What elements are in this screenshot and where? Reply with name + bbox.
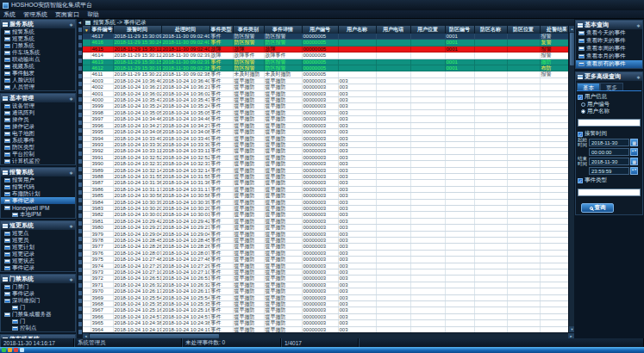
table-row[interactable]: 46122018-11-29 15:30:192018-11-30 09:02:…	[83, 65, 568, 71]
table-row[interactable]: 46162018-11-29 15:30:242018-11-30 09:02:…	[83, 40, 568, 46]
table-row[interactable]: 39872018-10-24 10:31:362018-10-24 10:31:…	[83, 180, 568, 186]
sidebar-item[interactable]: 本地IPM	[1, 211, 75, 218]
user-info-checkbox[interactable]: ✓	[578, 95, 583, 100]
end-time-spinner-icon[interactable]: ▲▼	[630, 167, 638, 175]
table-row[interactable]: 40032018-10-24 10:36:402018-10-24 10:36:…	[83, 77, 568, 84]
sidebar-item[interactable]: 深圳虚拟门	[1, 297, 75, 304]
sidebar-panel-header[interactable]: 巡更系统∗	[1, 221, 75, 230]
table-row[interactable]: 39672018-10-24 10:25:162018-10-24 10:25:…	[83, 307, 568, 313]
quick-query-item[interactable]: 查看本周的事件	[576, 45, 642, 53]
vertical-scrollbar[interactable]: ▲ ▼	[568, 26, 574, 332]
table-row[interactable]: 39972018-10-24 10:34:462018-10-24 10:34:…	[83, 116, 568, 122]
table-row[interactable]: 39962018-10-24 10:34:272018-10-24 10:34:…	[83, 122, 568, 128]
start-date-calendar-icon[interactable]: ▦	[630, 139, 638, 146]
user-name-input[interactable]	[578, 119, 641, 127]
tab-more[interactable]: 更多	[600, 83, 623, 90]
sidebar-item[interactable]: 人员管理	[1, 84, 75, 90]
table-row[interactable]: 40012018-10-24 10:36:022018-10-24 10:36:…	[83, 90, 568, 96]
taskbar-app-icon[interactable]	[14, 348, 18, 352]
table-row[interactable]: 46132018-11-29 15:30:152018-11-30 09:02:…	[83, 59, 568, 65]
table-row[interactable]: 39952018-10-24 10:34:082018-10-24 10:34:…	[83, 129, 568, 135]
table-row[interactable]: 39652018-10-24 10:24:382018-10-24 10:24:…	[83, 320, 568, 326]
table-row[interactable]: 39912018-10-24 10:32:522018-10-24 10:32:…	[83, 154, 568, 160]
pin-icon[interactable]: ∗	[636, 74, 641, 80]
quick-query-item[interactable]: 查看本月的事件	[576, 53, 642, 60]
table-row[interactable]: 46172018-11-29 15:30:092018-11-30 09:02:…	[83, 34, 568, 40]
sidebar-panel-header[interactable]: 基本管理∗	[1, 94, 75, 102]
sidebar-item[interactable]: 事件记录	[1, 197, 75, 204]
search-button[interactable]: 查询	[581, 203, 614, 213]
sidebar-item[interactable]: 门	[1, 318, 75, 325]
menu-item[interactable]: 系统	[3, 10, 16, 19]
column-header[interactable]: 事件编号	[91, 26, 113, 34]
table-row[interactable]: 40002018-10-24 10:35:432018-10-24 10:35:…	[83, 97, 568, 103]
column-header[interactable]: 防区名称	[474, 26, 507, 34]
sidebar-item[interactable]: 控制点	[1, 325, 75, 331]
taskbar-start-icon[interactable]	[2, 348, 6, 352]
filter-icon[interactable]: ▼	[84, 28, 89, 33]
table-row[interactable]: 40022018-10-24 10:36:212018-10-24 10:36:…	[83, 84, 568, 90]
table-row[interactable]: 39782018-10-24 10:28:452018-10-24 10:28:…	[83, 238, 568, 244]
table-row[interactable]: 46112018-11-29 15:30:222018-11-30 09:02:…	[83, 71, 568, 77]
sidebar-splitter[interactable]: ◄	[76, 19, 83, 338]
table-row[interactable]: 46152018-11-29 15:30:112018-11-30 09:02:…	[83, 46, 568, 52]
table-row[interactable]: 39802018-10-24 10:29:232018-10-24 10:29:…	[83, 225, 568, 231]
sidebar-panel-header[interactable]: 服务系统∗	[1, 20, 75, 28]
column-header[interactable]: 用户编号	[302, 26, 338, 34]
tab-basic[interactable]: 基本	[577, 83, 600, 90]
table-row[interactable]: 46142018-11-29 15:30:122018-11-30 09:02:…	[83, 53, 568, 59]
table-row[interactable]: 39702018-10-24 10:26:132018-10-24 10:26:…	[83, 288, 568, 294]
table-row[interactable]: 39722018-10-24 10:26:512018-10-24 10:26:…	[83, 276, 568, 282]
user-no-radio[interactable]	[581, 102, 585, 107]
table-row[interactable]: 39902018-10-24 10:32:332018-10-24 10:32:…	[83, 161, 568, 167]
table-row[interactable]: 39922018-10-24 10:33:112018-10-24 10:33:…	[83, 148, 568, 154]
menu-item[interactable]: 页面窗口	[55, 10, 79, 19]
pin-icon[interactable]: ∗	[69, 96, 73, 102]
sidebar-item[interactable]: 事件记录	[1, 264, 75, 271]
taskbar-app-icon[interactable]	[8, 348, 12, 352]
pin-icon[interactable]: ∗	[69, 276, 73, 282]
table-row[interactable]: 39812018-10-24 10:29:422018-10-24 10:29:…	[83, 218, 568, 224]
sidebar-panel-header[interactable]: 报警系统∗	[1, 168, 75, 176]
quick-query-item[interactable]: 查看昨天的事件	[576, 37, 642, 45]
column-header[interactable]: 事件类型	[209, 26, 233, 34]
column-header[interactable]: 防区位置	[507, 26, 540, 34]
table-row[interactable]: 39682018-10-24 10:25:352018-10-24 10:25:…	[83, 301, 568, 307]
user-name-radio[interactable]	[581, 109, 585, 114]
pin-icon[interactable]: ∗	[69, 170, 73, 176]
table-row[interactable]: 39762018-10-24 10:28:072018-10-24 10:28:…	[83, 250, 568, 256]
table-row[interactable]: 39642018-10-24 10:24:192018-10-24 10:24:…	[83, 326, 568, 332]
table-row[interactable]: 39752018-10-24 10:27:482018-10-24 10:27:…	[83, 257, 568, 263]
column-header[interactable]: 用户位置	[410, 26, 445, 34]
column-header[interactable]: 用户名称	[338, 26, 376, 34]
os-taskbar[interactable]	[0, 347, 644, 353]
quick-query-header[interactable]: 基本查询 ∗	[576, 21, 642, 29]
menu-item[interactable]: 管理系统	[23, 10, 47, 19]
table-row[interactable]: 39992018-10-24 10:35:242018-10-24 10:35:…	[83, 103, 568, 109]
horizontal-scrollbar[interactable]: ◄ ►	[83, 332, 574, 338]
table-row[interactable]: 39692018-10-24 10:25:542018-10-24 10:25:…	[83, 294, 568, 300]
table-row[interactable]: 39982018-10-24 10:35:052018-10-24 10:35:…	[83, 109, 568, 115]
quick-query-item[interactable]: 查看今天的事件	[576, 29, 642, 37]
end-time-field[interactable]: 23:59:59	[589, 167, 629, 175]
advanced-query-header[interactable]: 更多高级查询 ∗	[576, 72, 642, 81]
table-row[interactable]: 39772018-10-24 10:28:262018-10-24 10:28:…	[83, 244, 568, 250]
table-row[interactable]: 39852018-10-24 10:30:582018-10-24 10:30:…	[83, 193, 568, 199]
time-checkbox[interactable]: ✓	[578, 132, 583, 137]
column-header[interactable]: 用户电话	[376, 26, 410, 34]
table-row[interactable]: 39862018-10-24 10:31:172018-10-24 10:31:…	[83, 186, 568, 192]
pin-icon[interactable]: ∗	[69, 22, 73, 28]
table-row[interactable]: 39822018-10-24 10:30:012018-10-24 10:30:…	[83, 212, 568, 218]
column-header[interactable]: 防区编号	[445, 26, 474, 34]
filter-column-header[interactable]: ▼	[83, 26, 91, 34]
table-row[interactable]: 39792018-10-24 10:29:042018-10-24 10:29:…	[83, 231, 568, 237]
column-header[interactable]: 处警结果	[540, 26, 568, 34]
table-row[interactable]: 39832018-10-24 10:30:202018-10-24 10:30:…	[83, 205, 568, 211]
start-time-spinner-icon[interactable]: ▲▼	[630, 148, 638, 156]
table-row[interactable]: 39742018-10-24 10:27:292018-10-24 10:27:…	[83, 263, 568, 269]
sidebar-item[interactable]: 计算机监控	[1, 158, 75, 164]
table-row[interactable]: 39882018-10-24 10:31:552018-10-24 10:31:…	[83, 173, 568, 179]
table-row[interactable]: 39662018-10-24 10:24:572018-10-24 10:24:…	[83, 313, 568, 319]
start-time-field[interactable]: 00:00:00	[589, 148, 629, 156]
table-row[interactable]: 39842018-10-24 10:30:392018-10-24 10:30:…	[83, 199, 568, 205]
